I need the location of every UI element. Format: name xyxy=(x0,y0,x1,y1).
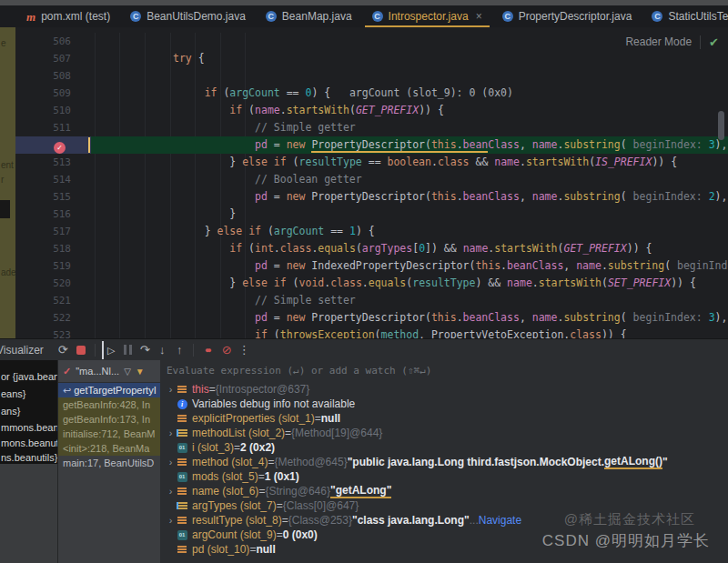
code-line[interactable]: 506 xyxy=(0,33,728,50)
variable-row[interactable]: 01mods (slot_5) = 1 (0x1) xyxy=(160,469,728,484)
code-line[interactable]: 514 // Boolean getter xyxy=(0,171,728,188)
code-line[interactable]: 521 // Simple setter xyxy=(0,292,728,309)
code-text: pd = new PropertyDescriptor(this.beanCla… xyxy=(91,188,728,206)
background-text-fragment: r xyxy=(1,175,4,185)
frame-row[interactable]: getBeanInfo:428, In xyxy=(58,397,160,412)
step-out-icon[interactable]: ↑ xyxy=(171,341,188,359)
class-icon: C xyxy=(266,11,277,22)
code-line[interactable]: 523 if (throwsException(method, Property… xyxy=(0,327,728,338)
code-line[interactable]: 509 if (argCount == 0) { argCount (slot_… xyxy=(0,85,728,102)
code-line[interactable]: 522 pd = new PropertyDescriptor(this.bea… xyxy=(0,309,728,327)
frame-row[interactable]: initialise:712, BeanM xyxy=(58,427,160,441)
expand-chevron-icon[interactable]: › xyxy=(166,457,176,467)
value-icon xyxy=(177,386,187,393)
step-over-icon[interactable]: ↷ xyxy=(136,341,154,359)
variable-value: Variables debug info not available xyxy=(192,397,355,410)
code-line[interactable]: 508 xyxy=(0,67,728,85)
tab-staticutilstest-java[interactable]: CStaticUtilsTest.java xyxy=(642,5,728,27)
prim-icon: 01 xyxy=(176,472,188,482)
variable-value: 0 (0x0) xyxy=(283,528,318,541)
variable-value: "getALong" xyxy=(330,484,391,498)
code-line[interactable]: 510 if (name.startsWith(GET_PREFIX)) { xyxy=(0,102,728,119)
variable-row[interactable]: ›method (slot_4) = {Method@645} "public … xyxy=(160,455,728,469)
code-line[interactable]: ✓ pd = new PropertyDescriptor(this.beanC… xyxy=(0,136,728,154)
more-options-icon[interactable]: ⋮ xyxy=(236,341,253,359)
frame-label: <init>:218, BeanMa xyxy=(63,443,149,454)
variable-row[interactable]: explicitProperties (slot_1) = null xyxy=(160,411,728,426)
class-icon: C xyxy=(502,11,513,22)
thread-selector[interactable]: ✓ "ma...Nl... ▽ ▼ xyxy=(58,360,160,383)
tab-label: PropertyDescriptor.java xyxy=(519,10,632,23)
code-line[interactable]: 517 } else if (argCount == 1) { xyxy=(0,223,728,240)
variable-value: = xyxy=(315,412,321,425)
variable-value: = xyxy=(209,383,216,396)
variable-row[interactable]: 01i (slot_3) = 2 (0x2) xyxy=(160,440,728,455)
mute-breakpoints-icon[interactable]: ●● xyxy=(198,341,218,359)
step-into-icon[interactable]: ↓ xyxy=(154,341,171,359)
code-line[interactable]: 507 try { xyxy=(0,50,728,67)
variable-row[interactable]: ›this = {Introspector@637} xyxy=(160,382,728,397)
stop-icon[interactable] xyxy=(76,346,86,355)
background-text-fragment: e xyxy=(1,38,6,48)
code-text: } else if (void.class.equals(resultType)… xyxy=(91,275,728,292)
watermark-csdn: CSDN @明明如月学长 xyxy=(542,530,710,551)
maven-icon: m xyxy=(26,11,35,23)
rerun-icon[interactable]: ⟳ xyxy=(55,341,72,359)
resume-icon[interactable]: ▷ xyxy=(102,341,117,359)
tab-propertydescriptor-java[interactable]: CPropertyDescriptor.java xyxy=(492,5,642,27)
tab-label: BeanMap.java xyxy=(282,10,352,23)
navigate-link[interactable]: Navigate xyxy=(479,514,521,527)
expand-chevron-icon[interactable]: › xyxy=(166,384,176,395)
variable-row[interactable]: ›methodList (slot_2) = {Method[19]@644} xyxy=(160,426,728,440)
variable-name: argCount (slot_9) xyxy=(192,528,277,541)
frame-label: getTargetPropertyI xyxy=(74,385,157,396)
expand-chevron-icon[interactable]: › xyxy=(166,427,176,438)
frame-row[interactable]: getBeanInfo:173, In xyxy=(58,412,160,427)
background-text-fragment: ns.beanutils} xyxy=(1,452,57,463)
background-window-block xyxy=(0,200,10,218)
expand-chevron-icon[interactable]: › xyxy=(166,515,176,526)
code-text: } else if (argCount == 1) { xyxy=(91,223,728,240)
thread-dropdown-caret-icon[interactable]: ▼ xyxy=(136,367,145,377)
pause-icon[interactable] xyxy=(124,345,132,355)
variable-value: 2 (0x2) xyxy=(240,441,275,454)
expand-chevron-icon[interactable]: › xyxy=(166,486,176,497)
code-line[interactable]: 520 } else if (void.class.equals(resultT… xyxy=(0,275,728,292)
evaluate-expression-bar[interactable]: Evaluate expression (↵) or add a watch (… xyxy=(160,360,728,382)
code-line[interactable]: 511 // Simple getter xyxy=(0,119,728,136)
frame-row[interactable]: <init>:218, BeanMa xyxy=(58,441,160,456)
variable-row[interactable]: iVariables debug info not available xyxy=(160,397,728,411)
tab-beanmap-java[interactable]: CBeanMap.java xyxy=(256,5,362,27)
code-line[interactable]: 516 } xyxy=(0,206,728,223)
tab-pom-xml-test-[interactable]: mpom.xml (test) xyxy=(16,5,120,27)
tab-beanutilsdemo-java[interactable]: CBeanUtilsDemo.java xyxy=(120,5,256,27)
array-icon xyxy=(177,502,187,509)
code-line[interactable]: 518 if (int.class.equals(argTypes[0]) &&… xyxy=(0,240,728,257)
code-editor[interactable]: 506507 try {508509 if (argCount == 0) { … xyxy=(0,27,728,338)
watermark-juejin: @稀土掘金技术社区 xyxy=(564,511,695,528)
background-text-fragment: mmons.beanu xyxy=(1,422,57,433)
code-text xyxy=(91,67,728,85)
code-line[interactable]: 513 } else if (resultType == boolean.cla… xyxy=(0,154,728,171)
editor-scrollbar[interactable] xyxy=(718,111,724,140)
variable-name: name (slot_6) xyxy=(192,485,258,498)
frame-row[interactable]: main:17, BeanUtilsD xyxy=(58,456,160,470)
code-text: // Boolean getter xyxy=(91,171,728,188)
background-text-fragment: or {java.beans xyxy=(1,371,57,382)
filter-funnel-icon[interactable]: ▽ xyxy=(124,367,131,377)
variable-name: this xyxy=(192,383,209,396)
code-line[interactable]: 515 pd = new PropertyDescriptor(this.bea… xyxy=(0,188,728,206)
frame-row[interactable]: ↩getTargetPropertyI xyxy=(58,383,160,397)
code-text: if (throwsException(method, PropertyVeto… xyxy=(91,327,728,338)
close-icon[interactable]: × xyxy=(476,10,482,23)
editor-tab-bar: mpom.xml (test)CBeanUtilsDemo.javaCBeanM… xyxy=(0,5,728,27)
code-line[interactable]: 519 pd = new IndexedPropertyDescriptor(t… xyxy=(0,257,728,275)
code-text: if (argCount == 0) { argCount (slot_9): … xyxy=(91,85,728,102)
view-breakpoints-icon[interactable]: ⊘ xyxy=(218,341,236,359)
code-text: if (int.class.equals(argTypes[0]) && nam… xyxy=(91,240,728,257)
tab-introspector-java[interactable]: CIntrospector.java× xyxy=(362,5,492,27)
ide-window: mpom.xml (test)CBeanUtilsDemo.javaCBeanM… xyxy=(0,0,728,563)
breakpoint-icon[interactable]: ✓ xyxy=(54,142,66,154)
variable-row[interactable]: ›name (slot_6) = {String@646} "getALong" xyxy=(160,484,728,498)
background-window-list: or {java.beanseans}ans}mmons.beanumons.b… xyxy=(0,360,57,464)
